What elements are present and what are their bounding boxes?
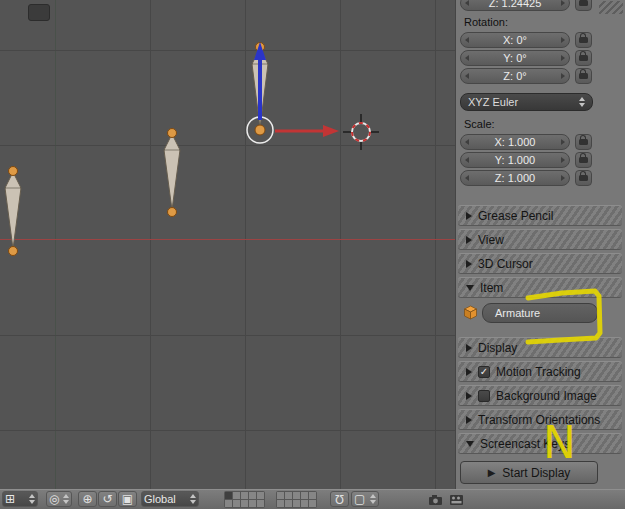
rotation-z-field[interactable]: Z: 0°: [460, 68, 570, 84]
collapse-arrow-icon: [466, 344, 472, 352]
layer-cell[interactable]: [277, 492, 284, 499]
scale-z-lock[interactable]: [575, 170, 592, 186]
scale-y-field[interactable]: Y: 1.000: [460, 152, 570, 168]
layer-cell[interactable]: [293, 500, 300, 507]
layer-cell[interactable]: [241, 492, 248, 499]
location-z-value: Z: 1.24425: [489, 0, 542, 9]
bone-joint: [9, 167, 18, 176]
armature-name-field[interactable]: Armature: [482, 303, 598, 323]
rotation-x-lock[interactable]: [575, 32, 592, 48]
layer-cell[interactable]: [225, 492, 232, 499]
lock-icon: [579, 73, 588, 79]
layer-buttons-group-1[interactable]: [224, 491, 265, 508]
dropdown-arrows-icon: [370, 494, 376, 504]
rotation-mode-dropdown[interactable]: XYZ Euler: [460, 93, 593, 111]
scale-label: Scale:: [464, 118, 495, 130]
motion-tracking-checkbox[interactable]: ✓: [478, 366, 490, 378]
manipulator-scale-icon: ▣: [122, 493, 133, 505]
layer-cell[interactable]: [309, 492, 316, 499]
layer-cell[interactable]: [277, 500, 284, 507]
layer-cell[interactable]: [249, 492, 256, 499]
manipulator-rotate-icon: ↺: [102, 493, 112, 505]
scale-x-field[interactable]: X: 1.000: [460, 134, 570, 150]
region-resize-corner[interactable]: [599, 1, 623, 14]
layer-cell[interactable]: [285, 492, 292, 499]
layer-cell[interactable]: [257, 492, 264, 499]
layer-cell[interactable]: [257, 500, 264, 507]
layer-cell[interactable]: [241, 500, 248, 507]
lock-icon: [579, 55, 588, 61]
bone-joint: [255, 125, 265, 135]
layer-cell[interactable]: [301, 492, 308, 499]
rotation-y-lock[interactable]: [575, 50, 592, 66]
pivot-center-icon: ◎: [49, 493, 59, 505]
properties-panel: Z: 1.24425 Rotation: X: 0° Y: 0° Z: 0° X…: [455, 0, 625, 489]
location-z-lock[interactable]: [575, 0, 592, 11]
collapse-arrow-icon: [466, 416, 472, 424]
pivot-point-dropdown[interactable]: ◎: [46, 491, 72, 507]
editor-type-icon: ⊞: [5, 493, 15, 505]
lock-icon: [579, 175, 588, 181]
collapse-arrow-icon: [466, 212, 472, 220]
layer-cell[interactable]: [233, 500, 240, 507]
collapse-arrow-icon: [466, 236, 472, 244]
layer-buttons-group-2[interactable]: [276, 491, 317, 508]
layer-cell[interactable]: [285, 500, 292, 507]
manipulator-translate-button[interactable]: ⊕: [78, 491, 97, 507]
dropdown-arrows-icon: [579, 97, 585, 107]
rotation-z-lock[interactable]: [575, 68, 592, 84]
play-icon: ▶: [488, 467, 496, 478]
layer-cell[interactable]: [301, 500, 308, 507]
panel-header-motion-tracking[interactable]: ✓ Motion Tracking: [458, 361, 622, 382]
orientation-dropdown[interactable]: Global: [141, 491, 199, 507]
dropdown-arrows-icon: [190, 494, 196, 504]
snap-magnet-icon: Ω: [335, 493, 344, 505]
panel-header-display[interactable]: Display: [458, 337, 622, 358]
rotation-y-field[interactable]: Y: 0°: [460, 50, 570, 66]
snap-element-dropdown[interactable]: ▢: [351, 491, 379, 507]
rotation-x-field[interactable]: X: 0°: [460, 32, 570, 48]
expand-arrow-icon: [466, 441, 474, 447]
collapse-arrow-icon: [466, 368, 472, 376]
lock-icon: [579, 157, 588, 163]
dropdown-arrows-icon: [63, 494, 69, 504]
orientation-value: Global: [144, 493, 176, 505]
panel-header-background-image[interactable]: Background Image: [458, 385, 622, 406]
collapse-arrow-icon: [466, 392, 472, 400]
panel-header-screencast-keys[interactable]: Screencast Keys: [458, 433, 622, 454]
panel-header-transform-orientations[interactable]: Transform Orientations: [458, 409, 622, 430]
scale-z-field[interactable]: Z: 1.000: [460, 170, 570, 186]
background-image-checkbox[interactable]: [478, 390, 490, 402]
render-still-camera-icon[interactable]: [428, 494, 444, 506]
manipulator-translate-icon: ⊕: [82, 493, 92, 505]
start-display-button[interactable]: ▶ Start Display: [460, 461, 598, 484]
editor-type-button[interactable]: ⊞: [2, 491, 38, 507]
panel-header-item[interactable]: Item: [458, 277, 622, 298]
snap-toggle-button[interactable]: Ω: [330, 491, 349, 507]
layer-cell[interactable]: [293, 492, 300, 499]
manipulator-scale-button[interactable]: ▣: [118, 491, 137, 507]
scale-y-lock[interactable]: [575, 152, 592, 168]
panel-header-3d-cursor[interactable]: 3D Cursor: [458, 253, 622, 274]
layer-cell[interactable]: [225, 500, 232, 507]
layer-cell[interactable]: [233, 492, 240, 499]
scale-x-lock[interactable]: [575, 134, 592, 150]
location-z-field[interactable]: Z: 1.24425: [460, 0, 570, 11]
layer-cell[interactable]: [249, 500, 256, 507]
dropdown-arrows-icon: [29, 494, 35, 504]
lock-icon: [579, 139, 588, 145]
object-data-cube-icon: [463, 305, 478, 320]
lock-icon: [579, 37, 588, 43]
render-animation-icon[interactable]: [449, 494, 465, 506]
snap-element-icon: ▢: [354, 493, 365, 505]
panel-header-grease-pencil[interactable]: Grease Pencil: [458, 205, 622, 226]
panel-header-view[interactable]: View: [458, 229, 622, 250]
collapse-arrow-icon: [466, 260, 472, 268]
viewport-header: ⊞ ◎ ⊕ ↺ ▣ Global Ω ▢: [0, 489, 625, 509]
bone-joint: [168, 208, 177, 217]
bone-joint: [9, 247, 18, 256]
layer-cell[interactable]: [309, 500, 316, 507]
check-icon: ✓: [480, 367, 488, 377]
manipulator-rotate-button[interactable]: ↺: [98, 491, 117, 507]
region-collapse-tab[interactable]: [28, 4, 50, 21]
